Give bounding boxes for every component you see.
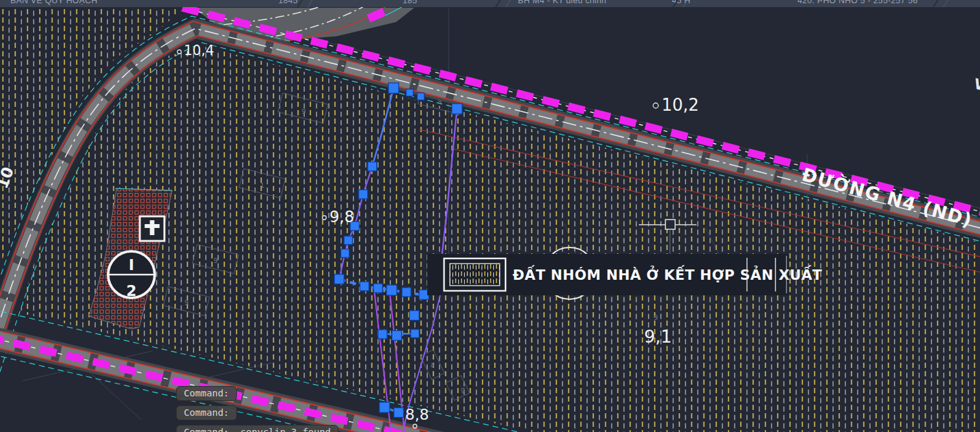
grip-handle[interactable] xyxy=(452,104,462,114)
tab-drawing-2[interactable]: 1845 xyxy=(278,0,298,5)
tab-drawing-4[interactable]: BH M4 - KT điều chỉnh xyxy=(518,0,607,5)
grip-handle[interactable] xyxy=(344,236,353,245)
command-input-line[interactable]: Command: copyclip 3 found xyxy=(176,425,339,432)
elevation-label: 8,8 xyxy=(405,406,429,423)
cad-application-window: BẢN VẼ QUY HOẠCH 1845 185 BH M4 - KT điề… xyxy=(0,0,980,432)
grip-handle[interactable] xyxy=(388,83,399,93)
parcel-number-label: 9 xyxy=(184,299,188,306)
grip-handle[interactable] xyxy=(359,190,368,199)
church-icon xyxy=(140,216,164,241)
grip-handle[interactable] xyxy=(410,311,419,321)
grip-handle[interactable] xyxy=(402,288,411,297)
tab-drawing-1[interactable]: BẢN VẼ QUY HOẠCH xyxy=(10,0,98,5)
grip-handle[interactable] xyxy=(341,249,350,258)
parcel-number-label: 9 xyxy=(214,257,217,264)
grip-handle[interactable] xyxy=(418,93,425,100)
grip-handle[interactable] xyxy=(379,402,390,413)
grip-handle[interactable] xyxy=(406,89,414,97)
tab-drawing-3[interactable]: 185 xyxy=(403,0,418,5)
parcel-number-label: 1 xyxy=(260,182,264,189)
parcel-index-bottom: 2 xyxy=(126,282,137,299)
landuse-legend-box: ĐẤT NHÓM NHÀ Ở KẾT HỢP SẢN XUẤT xyxy=(427,254,822,295)
command-history-line[interactable]: Command: xyxy=(176,405,237,420)
cad-viewport[interactable]: 99199ag9 xyxy=(0,7,980,432)
grip-handle[interactable] xyxy=(368,162,377,171)
elevation-label: 9,1 xyxy=(644,326,672,347)
grip-handle[interactable] xyxy=(373,284,383,293)
grip-handle[interactable] xyxy=(394,408,404,418)
elevation-label: 10,2 xyxy=(662,95,699,115)
parcel-number-label: 9 xyxy=(654,314,658,321)
grip-handle[interactable] xyxy=(378,330,387,339)
command-history-line[interactable]: Command: xyxy=(176,386,237,401)
grip-handle[interactable] xyxy=(335,275,344,284)
tab-drawing-6[interactable]: 420. PHỐ NHỎ 5 - 255-257 56 xyxy=(797,0,918,5)
parcel-number-label: a xyxy=(430,361,434,369)
parcel-number-label: 9 xyxy=(302,108,306,115)
grip-handle[interactable] xyxy=(360,282,369,291)
grip-handle[interactable] xyxy=(386,285,397,295)
grip-handle[interactable] xyxy=(392,331,402,341)
elevation-label: 10,4 xyxy=(184,43,214,58)
parcel-index-top: I xyxy=(129,256,135,273)
parcel-index-symbol: I 2 xyxy=(108,251,155,299)
parcel-number-label: g xyxy=(461,386,465,393)
grip-handle[interactable] xyxy=(411,330,419,338)
elevation-label: 9,8 xyxy=(329,208,354,226)
